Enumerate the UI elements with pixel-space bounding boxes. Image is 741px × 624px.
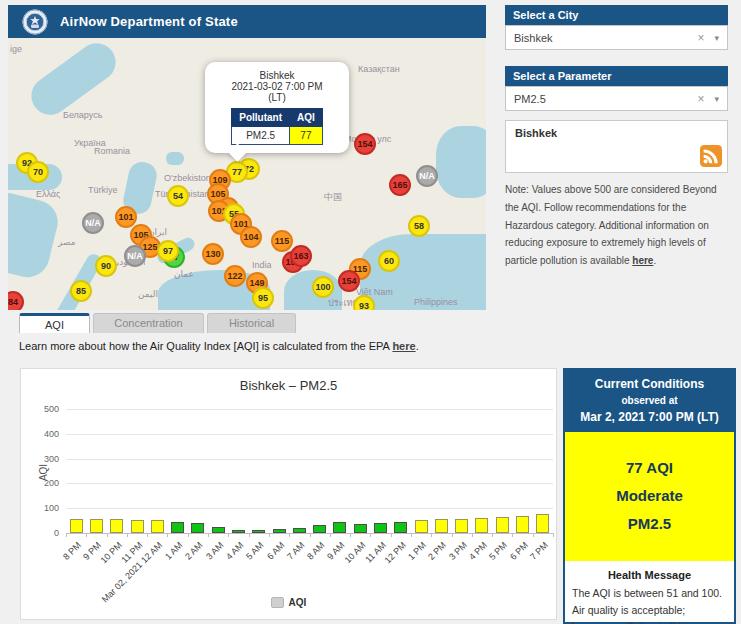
aqi-bar[interactable] bbox=[273, 529, 286, 533]
chevron-down-icon[interactable]: ▾ bbox=[714, 94, 719, 104]
aqi-bar[interactable] bbox=[516, 516, 529, 533]
aqi-marker[interactable]: 90 bbox=[95, 255, 117, 277]
aqi-marker[interactable]: 84 bbox=[8, 291, 24, 310]
map[interactable]: igeБеларусьУкраїнаRomaniaΕλλάςTürkiyeКаз… bbox=[8, 38, 486, 310]
rss-feed-box: Bishkek bbox=[505, 120, 728, 173]
aqi-marker[interactable]: 104 bbox=[240, 226, 262, 248]
aqi-marker[interactable]: 122 bbox=[224, 265, 246, 287]
aqi-bar[interactable] bbox=[131, 520, 144, 533]
gridline bbox=[66, 508, 553, 509]
aqi-marker[interactable]: 154 bbox=[338, 270, 360, 292]
aqi-bar[interactable] bbox=[212, 527, 225, 533]
aqi-bar[interactable] bbox=[232, 530, 245, 533]
rss-icon[interactable] bbox=[700, 145, 722, 167]
current-conditions-panel: Current Conditions observed at Mar 2, 20… bbox=[563, 368, 736, 624]
aqi-marker[interactable]: 54 bbox=[167, 185, 189, 207]
aqi-marker[interactable]: 58 bbox=[408, 215, 430, 237]
chevron-down-icon[interactable]: ▾ bbox=[714, 33, 719, 43]
y-tick-label: 400 bbox=[21, 429, 59, 439]
city-select-value: Bishkek bbox=[514, 32, 697, 44]
x-tick-label: 12 PM bbox=[382, 540, 407, 565]
aqi-bar[interactable] bbox=[475, 518, 488, 533]
y-tick-label: 300 bbox=[21, 454, 59, 464]
aqi-bar[interactable] bbox=[70, 519, 83, 533]
clear-icon[interactable]: × bbox=[697, 31, 704, 45]
aqi-marker[interactable]: N/A bbox=[124, 245, 146, 267]
aqi-bar[interactable] bbox=[293, 528, 306, 533]
aqi-bar[interactable] bbox=[354, 524, 367, 533]
aqi-marker[interactable]: 163 bbox=[290, 245, 312, 267]
y-tick-label: 200 bbox=[21, 478, 59, 488]
aqi-bar[interactable] bbox=[90, 519, 103, 533]
popup-aqi-value: 77 bbox=[290, 127, 323, 145]
clear-icon[interactable]: × bbox=[697, 92, 704, 106]
aqi-bar[interactable] bbox=[415, 520, 428, 533]
aqi-marker[interactable]: N/A bbox=[82, 212, 104, 234]
current-conditions-title: Current Conditions bbox=[569, 377, 730, 391]
aqi-marker[interactable]: 115 bbox=[271, 230, 293, 252]
map-country-label: Казақстан bbox=[358, 64, 400, 74]
x-tick-label: 1 AM bbox=[163, 540, 185, 562]
x-tick bbox=[289, 533, 290, 537]
aqi-marker[interactable]: 130 bbox=[202, 243, 224, 265]
water-sea-of-japan bbox=[436, 126, 486, 198]
city-select[interactable]: Bishkek × ▾ bbox=[505, 25, 728, 50]
x-tick bbox=[533, 533, 534, 537]
map-country-label: Philippines bbox=[414, 297, 458, 307]
app-header: AirNow Department of State bbox=[8, 5, 486, 38]
aqi-marker[interactable]: 100 bbox=[312, 276, 334, 298]
app-title: AirNow Department of State bbox=[60, 14, 238, 29]
aqi-bar[interactable] bbox=[435, 519, 448, 533]
page: AirNow Department of State igeБеларусьУк… bbox=[0, 0, 741, 624]
chart-legend[interactable]: AQI bbox=[21, 597, 556, 608]
parameter-select[interactable]: PM2.5 × ▾ bbox=[505, 86, 728, 111]
aqi-bar[interactable] bbox=[171, 522, 184, 533]
map-country-label: Беларусь bbox=[63, 110, 102, 120]
aqi-bar[interactable] bbox=[252, 530, 265, 533]
aqi-marker[interactable]: 97 bbox=[157, 240, 179, 262]
tab-aqi[interactable]: AQI bbox=[19, 313, 90, 333]
aqi-marker[interactable]: 70 bbox=[27, 161, 49, 183]
x-tick bbox=[492, 533, 493, 537]
note-here-link[interactable]: here bbox=[632, 255, 653, 266]
select-city-header: Select a City bbox=[505, 5, 728, 25]
popup-datetime: 2021-03-02 7:00 PM bbox=[211, 81, 343, 92]
aqi-marker[interactable]: 85 bbox=[70, 280, 92, 302]
map-popup: Bishkek 2021-03-02 7:00 PM (LT) Pollutan… bbox=[205, 62, 349, 153]
epa-here-link[interactable]: here bbox=[392, 340, 415, 352]
aqi-bar[interactable] bbox=[496, 517, 509, 533]
aqi-bar[interactable] bbox=[394, 522, 407, 533]
aqi-marker[interactable]: 95 bbox=[252, 287, 274, 309]
popup-timezone: (LT) bbox=[211, 92, 343, 103]
aqi-bar[interactable] bbox=[151, 520, 164, 533]
aqi-marker[interactable]: 60 bbox=[378, 250, 400, 272]
popup-aqi-header: AQI bbox=[290, 109, 323, 127]
map-country-label: عمان bbox=[174, 269, 194, 279]
aqi-bar[interactable] bbox=[191, 523, 204, 533]
x-tick-label: 5 AM bbox=[244, 540, 266, 562]
aqi-marker[interactable]: 154 bbox=[354, 133, 376, 155]
gridline bbox=[66, 459, 553, 460]
aqi-bar[interactable] bbox=[455, 519, 468, 533]
tab-concentration[interactable]: Concentration bbox=[93, 313, 204, 333]
x-tick bbox=[167, 533, 168, 537]
legend-label: AQI bbox=[289, 597, 307, 608]
aqi-bar[interactable] bbox=[313, 525, 326, 533]
aqi-marker[interactable]: 165 bbox=[389, 174, 411, 196]
gridline bbox=[66, 409, 553, 410]
aqi-bar[interactable] bbox=[536, 514, 549, 533]
aqi-marker[interactable]: 101 bbox=[115, 206, 137, 228]
x-tick bbox=[249, 533, 250, 537]
tab-historical[interactable]: Historical bbox=[207, 313, 296, 333]
y-tick-label: 100 bbox=[21, 503, 59, 513]
aqi-marker[interactable]: 93 bbox=[353, 295, 375, 310]
aqi-bar[interactable] bbox=[374, 523, 387, 533]
water-aral-sea bbox=[166, 152, 184, 165]
x-tick-label: 3 PM bbox=[447, 540, 469, 562]
aqi-marker[interactable]: N/A bbox=[416, 165, 438, 187]
x-tick-label: 7 AM bbox=[285, 540, 307, 562]
current-conditions-header: Current Conditions observed at Mar 2, 20… bbox=[565, 370, 734, 432]
aqi-bar[interactable] bbox=[110, 519, 123, 533]
aqi-bar[interactable] bbox=[333, 522, 346, 533]
x-tick-label: 10 PM bbox=[98, 540, 123, 565]
